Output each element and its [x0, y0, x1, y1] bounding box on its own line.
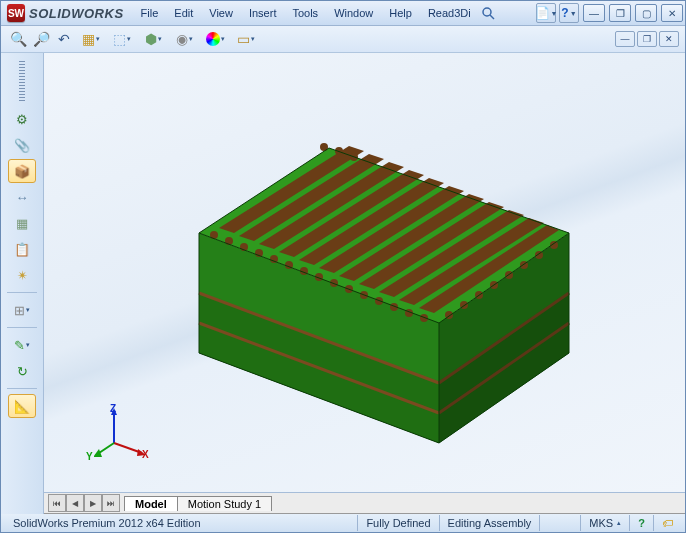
section-view-icon[interactable]: ▦▾	[76, 29, 106, 49]
zoom-fit-icon[interactable]: 🔍	[7, 29, 29, 49]
grid-tool-icon[interactable]: ⊞▾	[8, 298, 36, 322]
app-window: SW SOLIDWORKS File Edit View Insert Tool…	[0, 0, 686, 533]
search-icon[interactable]	[480, 5, 496, 21]
svg-line-1	[490, 15, 494, 19]
tab-motion-study-1[interactable]: Motion Study 1	[177, 496, 272, 511]
hup-left: 🔍 🔎 ↶ ▦▾ ⬚▾ ⬢▾ ◉▾ ▾ ▭▾	[7, 29, 261, 49]
sidebar-divider	[7, 292, 37, 293]
explode-tool-icon[interactable]: ✴	[8, 263, 36, 287]
move-tool-icon[interactable]: ↔	[8, 185, 36, 209]
tab-nav-first[interactable]: ⏮	[48, 494, 66, 512]
axis-x-label: X	[142, 449, 149, 460]
close-button[interactable]: ✕	[661, 4, 683, 22]
assembly-tool-icon[interactable]: ⚙	[8, 107, 36, 131]
rebuild-tool-icon[interactable]: ↻	[8, 359, 36, 383]
pattern-tool-icon[interactable]: ▦	[8, 211, 36, 235]
maximize-button[interactable]: ▢	[635, 4, 657, 22]
axis-y-label: Y	[86, 451, 93, 462]
help-button[interactable]: ?▼	[559, 3, 579, 23]
status-edition: SolidWorks Premium 2012 x64 Edition	[5, 515, 357, 531]
status-units[interactable]: MKS ▴	[580, 515, 629, 531]
titlebar: SW SOLIDWORKS File Edit View Insert Tool…	[1, 1, 685, 26]
menu-insert[interactable]: Insert	[242, 5, 284, 21]
command-manager-sidebar: ⚙ 📎 📦 ↔ ▦ 📋 ✴ ⊞▾ ✎▾ ↻ 📐	[1, 53, 44, 514]
new-doc-button[interactable]: 📄▼	[536, 3, 556, 23]
mdi-minimize-button[interactable]: —	[615, 31, 635, 47]
sidebar-divider-2	[7, 327, 37, 328]
minimize-button[interactable]: —	[583, 4, 605, 22]
measure-tool-icon[interactable]: 📐	[8, 394, 36, 418]
menubar: File Edit View Insert Tools Window Help …	[134, 5, 496, 21]
status-defined: Fully Defined	[357, 515, 438, 531]
mdi-close-button[interactable]: ✕	[659, 31, 679, 47]
display-style-icon[interactable]: ⬢▾	[138, 29, 168, 49]
menu-view[interactable]: View	[202, 5, 240, 21]
status-help-icon[interactable]: ?	[629, 515, 653, 531]
svg-point-0	[483, 8, 491, 16]
title-right: 📄▼ ?▼ — ❐ ▢ ✕	[536, 3, 683, 23]
orientation-triad[interactable]	[94, 405, 149, 460]
status-blank	[539, 515, 580, 531]
body: ⚙ 📎 📦 ↔ ▦ 📋 ✴ ⊞▾ ✎▾ ↻ 📐	[1, 53, 685, 514]
status-tag-icon[interactable]: 🏷	[653, 515, 681, 531]
scene-icon[interactable]: ▭▾	[231, 29, 261, 49]
menu-window[interactable]: Window	[327, 5, 380, 21]
brand-text: SOLIDWORKS	[29, 6, 124, 21]
menu-help[interactable]: Help	[382, 5, 419, 21]
restore-button[interactable]: ❐	[609, 4, 631, 22]
hide-show-icon[interactable]: ◉▾	[169, 29, 199, 49]
tab-nav-next[interactable]: ▶	[84, 494, 102, 512]
menu-tools[interactable]: Tools	[285, 5, 325, 21]
mdi-controls: — ❐ ✕	[615, 31, 679, 47]
motion-tab-bar: ⏮ ◀ ▶ ⏭ Model Motion Study 1	[44, 493, 685, 514]
status-mode: Editing Assembly	[439, 515, 540, 531]
component-tool-icon[interactable]: 📦	[8, 159, 36, 183]
menu-edit[interactable]: Edit	[167, 5, 200, 21]
menu-read3di[interactable]: Read3Di	[421, 5, 478, 21]
appearance-icon[interactable]: ▾	[200, 29, 230, 49]
sketch-tool-icon[interactable]: ✎▾	[8, 333, 36, 357]
mdi-restore-button[interactable]: ❐	[637, 31, 657, 47]
tab-model[interactable]: Model	[124, 496, 178, 511]
heads-up-toolbar: 🔍 🔎 ↶ ▦▾ ⬚▾ ⬢▾ ◉▾ ▾ ▭▾ — ❐ ✕	[1, 26, 685, 53]
prev-view-icon[interactable]: ↶	[53, 29, 75, 49]
tab-nav-last[interactable]: ⏭	[102, 494, 120, 512]
3d-viewport[interactable]: Z X Y	[44, 53, 685, 493]
view-orientation-icon[interactable]: ⬚▾	[107, 29, 137, 49]
sidebar-divider-3	[7, 388, 37, 389]
tab-nav: ⏮ ◀ ▶ ⏭	[48, 494, 120, 512]
sidebar-grip[interactable]	[19, 61, 25, 101]
bom-tool-icon[interactable]: 📋	[8, 237, 36, 261]
model-render	[139, 133, 619, 493]
status-bar: SolidWorks Premium 2012 x64 Edition Full…	[1, 514, 685, 532]
solidworks-logo: SW	[7, 4, 25, 22]
tab-nav-prev[interactable]: ◀	[66, 494, 84, 512]
content-area: Z X Y ⏮ ◀ ▶ ⏭ Model Motion Study 1	[44, 53, 685, 514]
mate-tool-icon[interactable]: 📎	[8, 133, 36, 157]
zoom-area-icon[interactable]: 🔎	[30, 29, 52, 49]
menu-file[interactable]: File	[134, 5, 166, 21]
axis-z-label: Z	[110, 403, 116, 414]
